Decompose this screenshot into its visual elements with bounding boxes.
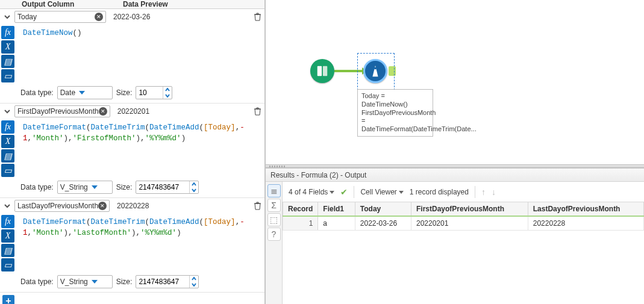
formula-config-panel: Output Column Data Preview Today✕2022-03… (0, 0, 265, 304)
column-header[interactable]: FirstDayofPreviousMonth (411, 202, 528, 216)
formula-block: LastDayofPreviousMonth✕20220228fxX▤▭Date… (0, 198, 264, 293)
tool-connector (334, 70, 363, 72)
expression-editor[interactable]: DateTimeFormat(DateTimeTrim(DateTimeAdd(… (18, 119, 264, 178)
collapse-toggle[interactable] (2, 201, 12, 211)
fields-summary[interactable]: 4 of 4 Fields (289, 188, 334, 196)
save-button[interactable]: ▭ (1, 69, 14, 82)
add-formula-button[interactable]: + (2, 295, 14, 304)
folder-button[interactable]: ▤ (1, 149, 14, 163)
collapse-toggle[interactable] (2, 107, 12, 116)
size-input[interactable] (136, 86, 172, 99)
fx-button[interactable]: fx (1, 120, 14, 134)
var-button[interactable]: X (1, 40, 14, 54)
data-preview-value: 20220228 (112, 202, 250, 210)
fields-ok-icon: ✔ (340, 187, 348, 197)
var-button[interactable]: X (1, 229, 14, 243)
data-preview-value: 2022-03-26 (108, 13, 250, 21)
table-row[interactable]: 1a2022-03-262022020120220228 (283, 216, 644, 231)
results-gutter: ≣ Σ ⬚ ? (266, 182, 283, 304)
formula-list: Today✕2022-03-26fxX▤▭DateTimeNow()Data t… (0, 9, 264, 293)
delete-formula-icon[interactable] (252, 201, 262, 211)
results-view-metadata-icon[interactable]: ⬚ (267, 213, 281, 226)
results-view-table-icon[interactable]: ≣ (267, 184, 281, 197)
tool-annotation[interactable]: Today = DateTimeNow() FirstDayofPrevious… (357, 89, 433, 137)
nav-up-icon[interactable]: ↑ (481, 187, 486, 197)
size-step-down[interactable] (190, 282, 198, 288)
folder-button[interactable]: ▤ (1, 55, 14, 68)
fx-button[interactable]: fx (1, 26, 14, 39)
cell-viewer-dropdown[interactable]: Cell Viewer (360, 188, 403, 196)
header-data-preview: Data Preview (119, 0, 264, 8)
column-header[interactable]: Record (283, 202, 318, 216)
results-panel: Results - Formula (2) - Output ≣ Σ ⬚ ? 4… (266, 168, 644, 304)
svg-rect-1 (323, 66, 327, 76)
cell[interactable]: 2022-03-26 (355, 216, 411, 231)
formula-block: Today✕2022-03-26fxX▤▭DateTimeNow()Data t… (0, 9, 264, 104)
size-input[interactable] (136, 275, 199, 288)
data-type-select[interactable]: V_String (57, 275, 113, 288)
svg-point-2 (374, 67, 377, 70)
nav-down-icon[interactable]: ↓ (492, 187, 496, 197)
add-formula-row: + (0, 293, 264, 304)
formula-block: FirstDayofPreviousMonth✕20220201fxX▤▭Dat… (0, 104, 264, 198)
text-input-tool[interactable] (310, 59, 334, 83)
data-type-label: Data type: (20, 183, 54, 191)
size-label: Size: (116, 278, 133, 286)
record-summary: 1 record displayed (410, 188, 469, 196)
fx-button[interactable]: fx (1, 215, 14, 228)
workflow-right-side: Today = DateTimeNow() FirstDayofPrevious… (265, 0, 644, 304)
size-label: Size: (116, 183, 133, 191)
delete-formula-icon[interactable] (252, 107, 262, 116)
delete-formula-icon[interactable] (252, 12, 262, 22)
formula-output-anchor[interactable] (389, 66, 396, 76)
cell[interactable]: 1 (283, 216, 318, 231)
formula-tool[interactable] (363, 59, 387, 83)
data-type-select[interactable]: Date (57, 86, 113, 99)
var-button[interactable]: X (1, 135, 14, 148)
expression-editor[interactable]: DateTimeNow() (18, 25, 264, 84)
size-step-down[interactable] (190, 187, 198, 193)
output-column-select[interactable]: Today✕ (14, 11, 106, 23)
config-column-headers: Output Column Data Preview (0, 0, 264, 9)
data-type-label: Data type: (20, 88, 54, 97)
folder-button[interactable]: ▤ (1, 244, 14, 257)
column-header[interactable]: LastDayofPreviousMonth (528, 202, 643, 216)
size-input[interactable] (136, 181, 199, 194)
workflow-canvas[interactable]: Today = DateTimeNow() FirstDayofPrevious… (266, 0, 644, 164)
clear-column-icon[interactable]: ✕ (98, 202, 107, 210)
svg-rect-0 (317, 66, 322, 76)
size-step-up[interactable] (190, 181, 198, 187)
results-toolbar: 4 of 4 Fields ✔ Cell Viewer 1 record dis… (283, 182, 644, 202)
clear-column-icon[interactable]: ✕ (95, 13, 103, 21)
results-help-icon[interactable]: ? (267, 228, 281, 241)
size-step-up[interactable] (163, 87, 172, 93)
save-button[interactable]: ▭ (1, 164, 14, 177)
clear-column-icon[interactable]: ✕ (99, 107, 107, 116)
cell[interactable]: 20220201 (411, 216, 528, 231)
column-header[interactable]: Today (355, 202, 411, 216)
cell[interactable]: 20220228 (528, 216, 643, 231)
results-splitter[interactable] (266, 164, 644, 168)
data-preview-value: 20220201 (113, 107, 250, 116)
save-button[interactable]: ▭ (1, 258, 14, 271)
results-title: Results - Formula (2) - Output (266, 169, 644, 182)
results-header-row: RecordField1TodayFirstDayofPreviousMonth… (283, 202, 644, 216)
output-column-select[interactable]: LastDayofPreviousMonth✕ (14, 200, 110, 212)
size-label: Size: (116, 88, 133, 97)
column-header[interactable]: Field1 (318, 202, 355, 216)
expression-editor[interactable]: DateTimeFormat(DateTimeTrim(DateTimeAdd(… (18, 214, 264, 273)
collapse-toggle[interactable] (2, 12, 12, 22)
size-step-down[interactable] (163, 93, 172, 99)
output-column-select[interactable]: FirstDayofPreviousMonth✕ (14, 105, 110, 117)
results-grid[interactable]: RecordField1TodayFirstDayofPreviousMonth… (283, 202, 644, 304)
size-step-up[interactable] (190, 276, 198, 282)
header-output-column: Output Column (18, 0, 119, 8)
data-type-select[interactable]: V_String (57, 181, 113, 194)
cell[interactable]: a (318, 216, 355, 231)
results-view-summary-icon[interactable]: Σ (267, 199, 281, 212)
data-type-label: Data type: (20, 278, 54, 286)
